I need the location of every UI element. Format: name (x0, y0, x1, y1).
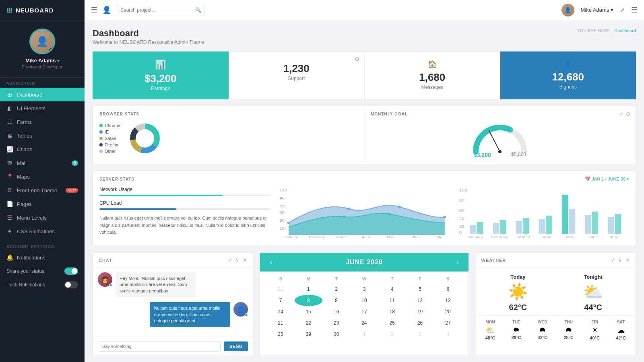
sidebar-label-css-animations: CSS Animations (17, 228, 55, 234)
menu-icon: ☰ (6, 214, 13, 221)
cal-day[interactable]: 17 (350, 306, 378, 317)
profile-icon[interactable]: 👤 (102, 6, 111, 14)
network-progress-bar (99, 195, 270, 196)
cal-day[interactable]: 1 (350, 329, 378, 340)
cal-day[interactable]: 3 (406, 329, 434, 340)
sidebar-role: Front-end Developer (6, 64, 78, 69)
cal-day[interactable]: 15 (295, 306, 322, 317)
cal-day[interactable]: 2 (322, 284, 350, 295)
push-notifications-toggle[interactable] (64, 281, 78, 288)
cal-day[interactable]: 6 (434, 284, 462, 295)
svg-rect-41 (546, 216, 552, 234)
cal-day[interactable]: 28 (266, 329, 294, 340)
share-status-toggle[interactable] (64, 267, 78, 275)
sidebar-label-dashboard: Dashboard (17, 92, 43, 98)
cal-day[interactable]: 2 (378, 329, 406, 340)
cal-day[interactable]: 16 (322, 306, 350, 317)
gear-icon[interactable]: ⚙ (355, 56, 360, 62)
earnings-icon: 📊 (101, 60, 221, 70)
cal-day[interactable]: 23 (322, 317, 350, 329)
chat-bubble-me: Nullam quis risus eget urna mollis ornar… (150, 302, 230, 327)
page-title: Dashboard (93, 28, 204, 39)
signups-label: Signups (508, 84, 628, 90)
chat-close-icon[interactable]: ✕ (243, 257, 247, 263)
cal-day[interactable]: 5 (406, 284, 434, 295)
server-description: Nullam quis risus eget urna mollis ornar… (99, 215, 270, 236)
chat-message-1: 👩 Hey Mike...Nullam quis risus eget urna… (98, 272, 248, 297)
cal-day[interactable]: 4 (378, 284, 406, 295)
calendar-prev[interactable]: ‹ (268, 259, 273, 266)
sidebar-item-frontend-theme[interactable]: 🖥 Front-end Theme NEW (0, 183, 85, 197)
cal-day[interactable]: 20 (434, 306, 462, 317)
topbar-menu-icon[interactable]: ☰ (631, 6, 638, 14)
svg-rect-34 (470, 225, 476, 234)
sidebar-item-css-animations[interactable]: ✦ CSS Animations (0, 224, 85, 238)
css-icon: ✦ (6, 228, 13, 234)
browser-legend: Chrome IE Safari Firefox (99, 123, 120, 154)
sidebar-item-tables[interactable]: ▦ Tables (0, 129, 85, 142)
weather-expand-icon[interactable]: ⤢ (611, 257, 615, 263)
chat-input[interactable] (98, 341, 221, 352)
search-input[interactable] (116, 5, 204, 15)
sidebar-item-maps[interactable]: 📍 Maps (0, 170, 85, 183)
cal-day[interactable]: 13 (434, 295, 462, 306)
cal-day[interactable]: 19 (406, 306, 434, 317)
cal-day[interactable]: 27 (434, 317, 462, 329)
cal-day[interactable]: 25 (378, 317, 406, 329)
expand-icon[interactable]: ⤢ (620, 7, 625, 13)
cal-day[interactable]: 12 (406, 295, 434, 306)
weather-close-icon[interactable]: ✕ (625, 257, 630, 263)
sidebar-item-forms[interactable]: ☷ Forms (0, 115, 85, 129)
cal-day[interactable]: 29 (295, 329, 322, 340)
cpu-progress-fill (99, 208, 176, 210)
sidebar-item-charts[interactable]: 📈 Charts (0, 142, 85, 156)
breadcrumb-current: Dashboard (614, 28, 636, 33)
cal-day[interactable]: 18 (378, 306, 406, 317)
cal-day[interactable]: 10 (350, 295, 378, 306)
sidebar-item-ui-elements[interactable]: ◧ UI Elements (0, 101, 85, 115)
forecast-icon-sat: ☁ (608, 326, 634, 335)
cal-day[interactable]: 3 (350, 284, 378, 295)
sidebar-item-dashboard[interactable]: ⊞ Dashboard (0, 88, 85, 101)
cal-day-today[interactable]: 8 (295, 295, 322, 306)
sidebar-item-notifications[interactable]: 🔔 Notifications (0, 251, 85, 264)
calendar-next[interactable]: › (455, 259, 460, 266)
cal-day[interactable]: 22 (295, 317, 322, 329)
cal-day[interactable]: 30 (322, 329, 350, 340)
cal-day[interactable]: 9 (322, 295, 350, 306)
chat-bubble-other: Hey Mike...Nullam quis risus eget urna m… (116, 272, 196, 297)
server-stats-content: Network Usage CPU Load Nullam quis risus… (99, 187, 629, 240)
topbar-username[interactable]: Mike Adams ▾ (581, 7, 613, 13)
cal-day[interactable]: 7 (266, 295, 294, 306)
cal-day[interactable]: 4 (434, 329, 462, 340)
chat-online-dot-me (245, 313, 248, 317)
goal-expand-icon[interactable]: ⤢ (619, 111, 623, 117)
sidebar-item-menu-levels[interactable]: ☰ Menu Levels (0, 211, 85, 224)
sidebar-username[interactable]: Mike Adams ▾ (6, 58, 78, 64)
tonight-icon: ⛅ (583, 282, 603, 301)
today-temp: 62°C (508, 303, 528, 312)
monthly-goal-card: MONTHLY GOAL ⤢ ⚙ $3,200 (364, 106, 636, 164)
cal-day[interactable]: 14 (266, 306, 294, 317)
push-notifications-row: Push Notifications (0, 278, 85, 292)
send-button[interactable]: SEND (224, 341, 248, 351)
weather-collapse-icon[interactable]: ∨ (618, 257, 622, 263)
svg-point-19 (343, 216, 346, 218)
hamburger-menu[interactable]: ☰ (91, 6, 97, 14)
cal-day[interactable]: 26 (406, 317, 434, 329)
cal-day[interactable]: 11 (378, 295, 406, 306)
chat-expand-icon[interactable]: ⤢ (228, 257, 232, 263)
cal-day[interactable]: 24 (350, 317, 378, 329)
goal-gear-icon[interactable]: ⚙ (626, 111, 631, 117)
chat-collapse-icon[interactable]: ∨ (235, 257, 239, 263)
cal-day[interactable]: 21 (266, 317, 294, 329)
date-range[interactable]: 📅 JAN 1 - JUNE 30 ▾ (585, 177, 629, 182)
cal-day[interactable]: 31 (266, 284, 294, 295)
svg-text:60: 60 (459, 208, 464, 212)
search-icon: 🔍 (195, 7, 201, 13)
chat-title: CHAT (99, 258, 228, 263)
sidebar-item-mail[interactable]: ✉ Mail 8 (0, 156, 85, 170)
sidebar-item-pages[interactable]: 📄 Pages (0, 197, 85, 211)
main-area: ☰ 👤 🔍 👤 Mike Adams ▾ ⤢ ☰ Dashboard Welco… (85, 0, 644, 362)
cal-day[interactable]: 1 (295, 284, 322, 295)
